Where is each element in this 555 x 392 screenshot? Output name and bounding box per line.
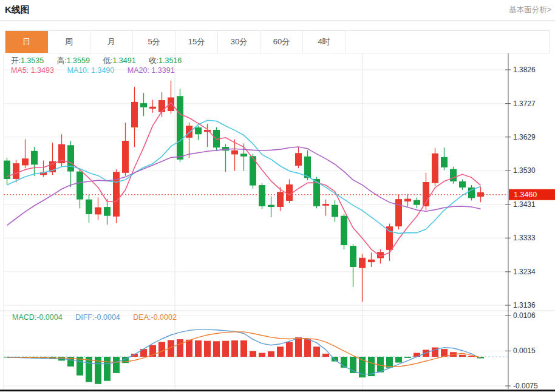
svg-text:1.3460: 1.3460 [514,191,537,199]
tab-30min[interactable]: 30分 [218,31,260,53]
open-value: 1.3535 [21,56,44,65]
page-title: K线图 [5,4,30,16]
current-price-badge: 1.3460 [509,189,555,200]
tab-60min[interactable]: 60分 [260,31,303,53]
tab-5min[interactable]: 5分 [133,31,175,53]
close-label: 收: [149,56,158,65]
ma-legend: MA5: 1.3493 MA10: 1.3490 MA20: 1.3391 [11,66,186,75]
ma20-value: 1.3391 [151,66,174,75]
close-value: 1.3516 [158,56,182,65]
svg-text:0.0106: 0.0106 [513,311,536,320]
svg-text:1.3234: 1.3234 [513,268,536,276]
fundamental-analysis-link[interactable]: 基本面分析> [509,5,551,15]
diff-label: DIFF: [75,313,94,322]
svg-text:-0.0075: -0.0075 [513,382,538,390]
diff-value: -0.0004 [94,313,120,322]
dea-value: -0.0002 [151,313,177,322]
ohlc-legend: 开:1.3535 高:1.3559 低:1.3491 收:1.3516 [11,56,192,66]
ma10-label: MA10: [67,66,89,75]
period-tab-bar: 日 周 月 5分 15分 30分 60分 4时 [5,30,550,53]
ma5-label: MA5: [11,66,29,75]
dea-label: DEA: [133,313,151,322]
low-value: 1.3491 [112,56,135,65]
ma10-value: 1.3490 [91,66,114,75]
svg-text:1.3530: 1.3530 [513,166,536,175]
ma5-value: 1.3493 [31,66,54,75]
svg-text:1.3629: 1.3629 [513,133,536,141]
svg-text:1.3333: 1.3333 [513,234,536,242]
low-label: 低: [103,56,112,65]
tab-4hour[interactable]: 4时 [303,31,346,53]
tab-week[interactable]: 周 [48,31,90,53]
tab-month[interactable]: 月 [90,31,133,53]
macd-label: MACD: [12,313,36,322]
tab-15min[interactable]: 15分 [175,31,218,53]
open-label: 开: [11,56,21,65]
grid-layer [0,53,555,389]
candles-layer [4,81,484,302]
svg-text:1.3826: 1.3826 [513,66,536,74]
header-divider [0,20,555,21]
tab-day[interactable]: 日 [5,31,48,53]
tab-bar-filler [346,31,550,53]
ma20-label: MA20: [128,66,149,75]
svg-text:1.3431: 1.3431 [513,200,536,209]
price-axis: 1.38261.37271.36291.35301.34311.33331.32… [0,53,555,391]
svg-text:0.0015: 0.0015 [513,346,536,355]
macd-value: -0.0004 [36,313,62,322]
macd-legend: MACD:-0.0004 DIFF:-0.0004 DEA:-0.0002 [12,313,188,322]
svg-text:1.3136: 1.3136 [513,301,536,309]
high-label: 高: [57,56,67,65]
svg-text:1.3727: 1.3727 [513,100,536,108]
high-value: 1.3559 [67,56,90,65]
